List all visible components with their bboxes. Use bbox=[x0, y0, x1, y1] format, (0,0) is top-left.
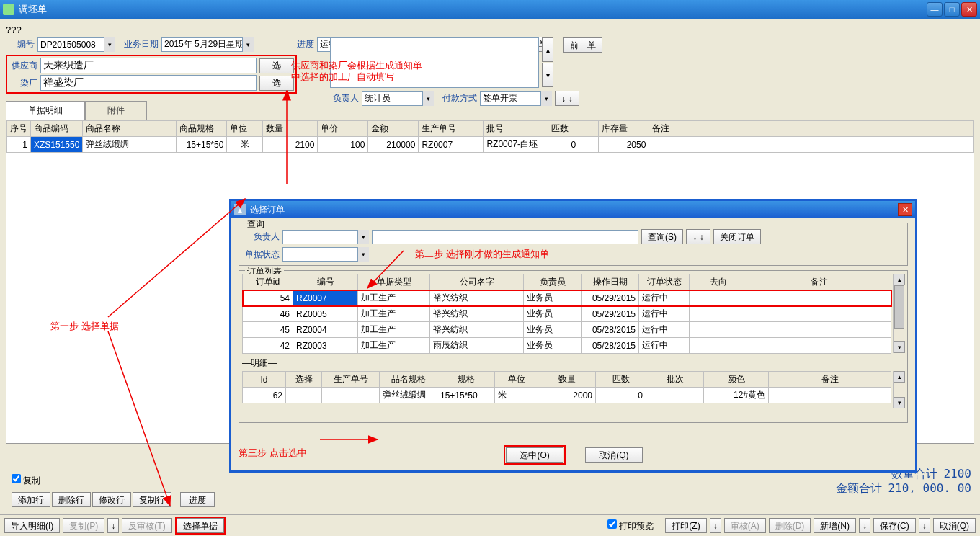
dlg-close-order-button[interactable]: 关闭订单 bbox=[713, 229, 761, 244]
detail-grid[interactable]: 序号 商品编码 商品名称 商品规格 单位 数量 单价 金额 生产单号 批号 匹数… bbox=[6, 120, 974, 153]
dye-select-button[interactable]: 选 bbox=[259, 76, 294, 91]
new-dropdown-icon[interactable]: ↓ bbox=[859, 518, 870, 533]
content-marker: ??? bbox=[6, 24, 974, 35]
principal-label: 负责人 bbox=[330, 92, 359, 104]
dlg-query-input[interactable] bbox=[372, 230, 638, 244]
select-order-dialog: ▲ 选择订单 ✕ 查询 负责人 ▾ 查询(S) ↓ ↓ 关闭订单 单据状态 ▾ … bbox=[229, 199, 917, 473]
progress-button[interactable]: 进度 bbox=[180, 492, 215, 507]
save-dropdown-icon[interactable]: ↓ bbox=[919, 518, 930, 533]
col-code: 商品编码 bbox=[31, 121, 83, 137]
bizdate-dropdown-icon[interactable]: ▾ bbox=[242, 37, 254, 52]
annotation-step2: 第二步 选择刚才做的生成通知单 bbox=[415, 248, 549, 261]
dye-label: 染厂 bbox=[9, 77, 37, 89]
add-row-button[interactable]: 添加行 bbox=[12, 492, 50, 507]
detail-scrollbar[interactable]: ▴▾ bbox=[893, 371, 904, 408]
dialog-icon: ▲ bbox=[234, 204, 246, 215]
memo-textarea[interactable] bbox=[330, 37, 539, 88]
col-remark: 备注 bbox=[649, 121, 974, 137]
dlg-principal-dropdown-icon[interactable]: ▾ bbox=[357, 230, 369, 244]
close-button[interactable]: ✕ bbox=[961, 2, 977, 17]
save-button[interactable]: 保存(C) bbox=[873, 518, 916, 533]
approve-button: 审核(A) bbox=[724, 518, 766, 533]
prev-sheet-button[interactable]: 前一单 bbox=[564, 37, 602, 53]
copy-row-button[interactable]: 复制行 bbox=[133, 492, 172, 507]
annotation-step3: 第三步 点击选中 bbox=[239, 447, 307, 460]
copy-dropdown-icon[interactable]: ↓ bbox=[107, 518, 119, 533]
nav-down-button[interactable]: ↓ ↓ bbox=[555, 91, 579, 106]
dlg-status-input[interactable] bbox=[282, 247, 369, 262]
select-sheet-button[interactable]: 选择单据 bbox=[177, 518, 224, 533]
copy-button: 复制(P) bbox=[63, 518, 104, 533]
col-name: 商品名称 bbox=[83, 121, 177, 137]
no-label: 编号 bbox=[6, 38, 35, 50]
dlg-query-button[interactable]: 查询(S) bbox=[641, 229, 683, 244]
order-row[interactable]: 45RZ0004加工生产裕兴纺织业务员05/28/2015运行中 bbox=[243, 322, 891, 338]
dlg-status-dropdown-icon[interactable]: ▾ bbox=[357, 247, 369, 262]
order-list-group: 订单列表 订单id编号单据类型公司名字负责员操作日期订单状态去向备注 54RZ0… bbox=[239, 270, 908, 423]
row-actions: 添加行 删除行 修改行 复制行 进度 bbox=[12, 492, 215, 507]
del-row-button[interactable]: 删除行 bbox=[52, 492, 91, 507]
dye-input[interactable] bbox=[40, 75, 257, 91]
print-button[interactable]: 打印(Z) bbox=[665, 518, 706, 533]
order-row[interactable]: 46RZ0005加工生产裕兴纺织业务员05/29/2015运行中 bbox=[243, 306, 891, 322]
memo-down-icon[interactable]: ▾ bbox=[542, 63, 553, 87]
order-row[interactable]: 42RZ0003加工生产雨辰纺织业务员05/28/2015运行中 bbox=[243, 338, 891, 354]
new-button[interactable]: 新增(N) bbox=[814, 518, 856, 533]
minimize-button[interactable]: — bbox=[927, 2, 943, 17]
dlg-status-label: 单据状态 bbox=[245, 249, 280, 261]
copy-checkbox-row: 复制 bbox=[12, 474, 40, 487]
order-grid[interactable]: 订单id编号单据类型公司名字负责员操作日期订单状态去向备注 54RZ0007加工… bbox=[242, 274, 891, 354]
paymethod-label: 付款方式 bbox=[437, 92, 477, 104]
progress-label: 进度 bbox=[288, 38, 314, 50]
no-dropdown-icon[interactable]: ▾ bbox=[104, 37, 115, 52]
grid-row[interactable]: 1 XZS151550 弹丝绒缎绸 15+15*50 米 2100 100 21… bbox=[7, 137, 974, 153]
col-idx: 序号 bbox=[7, 121, 31, 137]
query-group: 查询 负责人 ▾ 查询(S) ↓ ↓ 关闭订单 单据状态 ▾ 第二步 选择刚才做… bbox=[239, 223, 908, 266]
supplier-input[interactable] bbox=[40, 58, 257, 73]
dlg-down-button[interactable]: ↓ ↓ bbox=[686, 229, 710, 244]
mod-row-button[interactable]: 修改行 bbox=[92, 492, 131, 507]
detail-group-label: —明细— bbox=[242, 357, 904, 370]
main-window: 调坯单 — □ ✕ ??? 编号 ▾ 业务日期 ▾ 进度 ▾ 操作员 后一单 bbox=[0, 0, 980, 536]
col-spec: 商品规格 bbox=[177, 121, 227, 137]
supplier-select-button[interactable]: 选 bbox=[259, 58, 294, 73]
supplier-dye-group: 供应商 选 染厂 选 bbox=[6, 55, 297, 94]
print-preview-checkbox[interactable]: 打印预览 bbox=[607, 519, 654, 532]
dlg-principal-input[interactable] bbox=[282, 230, 369, 244]
col-price: 单价 bbox=[318, 121, 368, 137]
col-qty: 数量 bbox=[263, 121, 318, 137]
copy-checkbox[interactable]: 复制 bbox=[12, 475, 40, 486]
detail-row[interactable]: 62 弹丝绒缎绸 15+15*50 米 2000 0 12#黄色 bbox=[243, 388, 891, 403]
dialog-title-bar: ▲ 选择订单 ✕ bbox=[231, 201, 915, 218]
col-prodno: 生产单号 bbox=[419, 121, 484, 137]
dialog-title: 选择订单 bbox=[250, 204, 898, 216]
dlg-ok-button[interactable]: 选中(O) bbox=[506, 447, 564, 463]
dialog-close-button[interactable]: ✕ bbox=[898, 203, 912, 216]
maximize-button[interactable]: □ bbox=[944, 2, 960, 17]
import-detail-button[interactable]: 导入明细(I) bbox=[4, 518, 60, 533]
order-scrollbar[interactable]: ▴▾ bbox=[893, 274, 904, 353]
tab-attach[interactable]: 附件 bbox=[85, 101, 147, 120]
order-row[interactable]: 54RZ0007加工生产裕兴纺织业务员05/29/2015运行中 bbox=[243, 290, 891, 306]
col-batch: 批号 bbox=[484, 121, 548, 137]
col-amount: 金额 bbox=[368, 121, 419, 137]
print-dropdown-icon[interactable]: ↓ bbox=[710, 518, 721, 533]
tab-detail[interactable]: 单据明细 bbox=[6, 101, 85, 120]
footer-bar: 导入明细(I) 复制(P) ↓ 反审核(T) 选择单据 打印预览 打印(Z) ↓… bbox=[0, 514, 980, 536]
bizdate-input[interactable] bbox=[161, 37, 254, 52]
app-icon bbox=[3, 4, 14, 15]
col-unit: 单位 bbox=[227, 121, 263, 137]
col-stock: 库存量 bbox=[599, 121, 649, 137]
memo-up-icon[interactable]: ▴ bbox=[542, 37, 553, 62]
total-qty: 2100 bbox=[943, 467, 971, 481]
paymethod-dropdown-icon[interactable]: ▾ bbox=[540, 91, 552, 106]
dlg-cancel-button[interactable]: 取消(Q) bbox=[585, 447, 643, 463]
cancel-button[interactable]: 取消(Q) bbox=[933, 518, 976, 533]
principal-dropdown-icon[interactable]: ▾ bbox=[422, 91, 434, 106]
order-detail-grid[interactable]: Id选择生产单号品名规格规格单位数量匹数批次颜色备注 62 弹丝绒缎绸 15+1… bbox=[242, 371, 891, 403]
supplier-label: 供应商 bbox=[9, 60, 37, 72]
total-amount: 210, 000. 00 bbox=[888, 481, 971, 495]
window-title: 调坯单 bbox=[19, 3, 927, 16]
content-area: ??? 编号 ▾ 业务日期 ▾ 进度 ▾ 操作员 后一单 供应商 选 bbox=[0, 19, 980, 536]
title-bar: 调坯单 — □ ✕ bbox=[0, 0, 980, 19]
